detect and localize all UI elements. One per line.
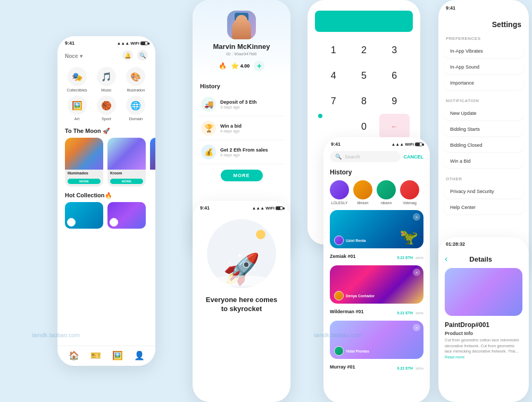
cat-domain[interactable]: 🌐 Domain (123, 96, 149, 121)
ua-avatar-vobmag (400, 180, 419, 199)
key-9[interactable]: 9 (379, 88, 410, 114)
notification-section: Notification New Update Bidding Starts B… (438, 96, 529, 174)
cat-sport[interactable]: 🏀 Sport (93, 96, 119, 121)
deposit-title: Deposit of 3 Eth (220, 99, 257, 105)
ua-illinium[interactable]: illinium (353, 180, 372, 205)
pref-in-app-vibrates[interactable]: In-App Vibrates (444, 44, 523, 58)
bell-icon[interactable]: 🔔 (122, 50, 133, 61)
pref-help-center[interactable]: Help Center (444, 200, 523, 214)
key-2[interactable]: 2 (348, 37, 379, 63)
pref-privacy-security[interactable]: Privacy And Security (444, 185, 523, 198)
nft-more-btn-kroom[interactable]: MORE (110, 179, 143, 184)
rocket-scene: 🚀 Everyone here comes to skyrocket (193, 214, 290, 319)
nft-card-murray[interactable]: × Vidal Plontas (330, 321, 423, 359)
notification-label: Notification (444, 96, 523, 106)
avatar-figure (232, 18, 251, 39)
hot-card-2[interactable] (107, 202, 146, 229)
hot-card-1[interactable] (65, 202, 103, 229)
badge-avatar-zemiak (334, 236, 344, 245)
pref-bidding-closed[interactable]: Bidding Closed (444, 138, 523, 152)
nft-price-wilderman: 0.21 ETH (397, 311, 413, 315)
pref-in-app-sound[interactable]: In-App Sound (444, 60, 523, 74)
key-7[interactable]: 7 (318, 88, 348, 114)
pref-bidding-starts[interactable]: Bidding Starts (444, 122, 523, 136)
search-input[interactable]: Search (345, 154, 395, 160)
cat-art[interactable]: 🖼️ Art (64, 96, 90, 121)
nft-card-illuminados[interactable]: Illuminados MORE (65, 138, 103, 187)
more-button[interactable]: MORE (221, 170, 263, 181)
history-item-sales: 💰 Get 2 Eth From sales 4 days ago (198, 140, 285, 164)
close-icon-wilderman[interactable]: × (413, 269, 420, 276)
ua-lolesly[interactable]: LOLESLY (330, 180, 349, 205)
nft-name-murray: Murray #01 (330, 364, 355, 370)
cat-music[interactable]: 🎵 Music (93, 67, 119, 93)
key-4[interactable]: 4 (318, 63, 348, 88)
cancel-search-button[interactable]: CANCEL (404, 154, 424, 160)
nft-list-wrapper: × Uziel Renta 🦖 Zemiak #01 0.21 ETH 100%… (323, 210, 430, 372)
history-list: 🚚 Deposit of 3 Eth 3 days ago 🏆 Win a bi… (193, 93, 290, 164)
teal-confirm-bar[interactable] (315, 11, 413, 32)
key-0[interactable]: 0 (348, 114, 379, 139)
tagline: Everyone here comes to skyrocket (206, 296, 277, 314)
cat-illustration[interactable]: 🎨 Illustration (123, 67, 149, 93)
nft-name-wilderman: Wilderman #01 (330, 309, 363, 314)
user-avatars-row: LOLESLY illinium nikann Vobmag (323, 180, 430, 210)
nft-name-zemiak: Zemiak #01 (330, 254, 356, 259)
key-8[interactable]: 8 (348, 88, 379, 114)
pref-importance[interactable]: Importance (444, 76, 523, 90)
sales-time: 4 days ago (220, 153, 268, 157)
nft-row: Illuminados MORE Kroom MORE (57, 138, 155, 191)
key-3[interactable]: 3 (379, 37, 410, 63)
nav-ticket[interactable]: 🎫 (90, 350, 101, 361)
badge-name-zemiak: Uziel Renta (346, 239, 366, 242)
nft-card-zemiak[interactable]: × Uziel Renta 🦖 (330, 210, 423, 248)
status-bar-5: 9:41 ▲▲▲ WiFi (193, 201, 290, 214)
ua-name-illinium: illinium (357, 201, 368, 205)
details-title: Details (451, 255, 511, 263)
back-button[interactable]: ‹ (445, 254, 447, 264)
ua-vobmag[interactable]: Vobmag (400, 180, 419, 205)
time-4: 9:41 (331, 141, 340, 147)
badge-name-wilderman: Denya Contador (346, 294, 375, 298)
cat-label-art: Art (74, 116, 80, 121)
ua-name-vobmag: Vobmag (403, 201, 417, 205)
cat-label-sport: Sport (102, 116, 111, 121)
ua-avatar-lolesly (330, 180, 349, 199)
close-icon-zemiak[interactable]: × (413, 213, 420, 221)
hot-collection-row (57, 202, 155, 234)
rocket-text: Everyone here comes to skyrocket (197, 288, 286, 319)
key-6[interactable]: 6 (379, 63, 410, 88)
key-5[interactable]: 5 (348, 63, 379, 88)
rocket-circle: 🚀 (207, 219, 276, 288)
keypad-status (307, 0, 420, 5)
nav-home[interactable]: 🏠 (69, 350, 79, 361)
nav-profile[interactable]: 👤 (134, 350, 145, 361)
sales-title: Get 2 Eth From sales (220, 147, 268, 153)
details-nft-name: PaintDrop#001 (438, 321, 529, 331)
close-icon-murray[interactable]: × (413, 324, 420, 331)
status-icons-1: ▲▲▲ WiFi (117, 41, 148, 46)
dino-icon: 🦖 (400, 228, 418, 246)
search-icon[interactable]: 🔍 (137, 50, 148, 61)
read-more-link[interactable]: Read more (438, 355, 529, 359)
details-product-label: Product Info (438, 331, 529, 338)
nav-gallery[interactable]: 🖼️ (112, 350, 123, 361)
badge-avatar-murray (334, 346, 344, 356)
nft-more-btn-illuminados[interactable]: MORE (68, 179, 101, 184)
profile-name: Marvin McKinney (200, 43, 283, 51)
nft-card-wilderman[interactable]: × Denya Contador (330, 265, 423, 304)
badge-avatar-wilderman (334, 291, 344, 300)
status-bar-1: 9:41 ▲▲▲ WiFi (57, 36, 155, 48)
key-dot[interactable] (318, 114, 322, 118)
nft-card-kroom[interactable]: Kroom MORE (107, 138, 146, 187)
phone-main: 9:41 ▲▲▲ WiFi Noce ▾ 🔔 🔍 🎭 Collectibles … (57, 36, 155, 366)
pref-new-update[interactable]: New Update (444, 106, 523, 120)
ua-nikann[interactable]: nikann (377, 180, 396, 205)
nft-footer-zemiak: Zemiak #01 0.21 ETH 100% (330, 250, 423, 261)
add-button[interactable]: + (254, 61, 264, 71)
pref-win-a-bid[interactable]: Win a Bid (444, 154, 523, 168)
key-1[interactable]: 1 (318, 37, 348, 63)
cat-collectibles[interactable]: 🎭 Collectibles (64, 67, 90, 93)
key-backspace[interactable]: ← (379, 114, 410, 139)
search-box[interactable]: 🔍 Search (330, 151, 401, 162)
